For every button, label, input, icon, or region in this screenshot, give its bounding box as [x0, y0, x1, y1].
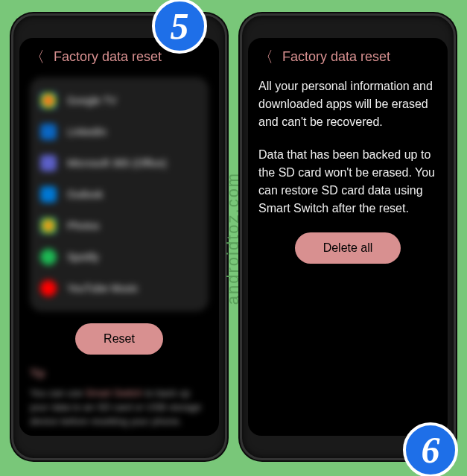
- microsoft-icon: [40, 155, 57, 171]
- outlook-icon: [40, 186, 57, 203]
- app-name: Outlook: [67, 188, 103, 200]
- reset-button[interactable]: Reset: [75, 323, 163, 355]
- warning-paragraph-2: Data that has been backed up to the SD c…: [258, 146, 437, 218]
- phone-frame-step6: 〈 Factory data reset All your personal i…: [240, 13, 456, 460]
- app-name: Spotify: [67, 251, 99, 263]
- spotify-icon: [40, 249, 57, 265]
- page-title: Factory data reset: [282, 49, 390, 65]
- list-item: Microsoft 365 (Office): [30, 147, 209, 179]
- app-list-blurred: Google TV LinkedIn Microsoft 365 (Office…: [30, 77, 209, 311]
- back-icon[interactable]: 〈: [258, 47, 273, 67]
- list-item: Photos: [30, 210, 209, 241]
- phone-frame-step5: 〈 Factory data reset Google TV LinkedIn …: [11, 13, 227, 460]
- tip-section: Tip You can use Smart Switch to back up …: [30, 366, 209, 429]
- tip-text-before: You can use: [30, 387, 86, 399]
- tip-highlight: Smart Switch: [86, 387, 143, 399]
- tip-text: You can use Smart Switch to back up your…: [30, 387, 209, 429]
- list-item: LinkedIn: [30, 116, 209, 147]
- screen-step5: 〈 Factory data reset Google TV LinkedIn …: [19, 38, 219, 436]
- step-badge-6: 6: [403, 422, 458, 476]
- list-item: Outlook: [30, 179, 209, 210]
- app-name: YouTube Music: [67, 282, 138, 294]
- youtube-music-icon: [40, 280, 57, 296]
- app-name: LinkedIn: [67, 126, 107, 138]
- header: 〈 Factory data reset: [258, 47, 437, 67]
- back-icon[interactable]: 〈: [30, 47, 45, 67]
- app-name: Photos: [67, 220, 100, 232]
- delete-all-button[interactable]: Delete all: [295, 232, 401, 264]
- page-title: Factory data reset: [54, 49, 162, 65]
- google-tv-icon: [40, 92, 57, 109]
- screen-step6: 〈 Factory data reset All your personal i…: [248, 38, 448, 436]
- list-item: YouTube Music: [30, 273, 209, 304]
- warning-paragraph-1: All your personal information and downlo…: [258, 77, 437, 131]
- app-name: Microsoft 365 (Office): [67, 157, 167, 169]
- linkedin-icon: [40, 124, 57, 140]
- list-item: Spotify: [30, 241, 209, 273]
- watermark-text: androidtoz.com: [223, 171, 243, 304]
- tip-title: Tip: [30, 366, 209, 379]
- list-item: Google TV: [30, 85, 209, 116]
- photos-icon: [40, 218, 57, 234]
- app-name: Google TV: [67, 95, 117, 107]
- step-badge-5: 5: [152, 0, 207, 54]
